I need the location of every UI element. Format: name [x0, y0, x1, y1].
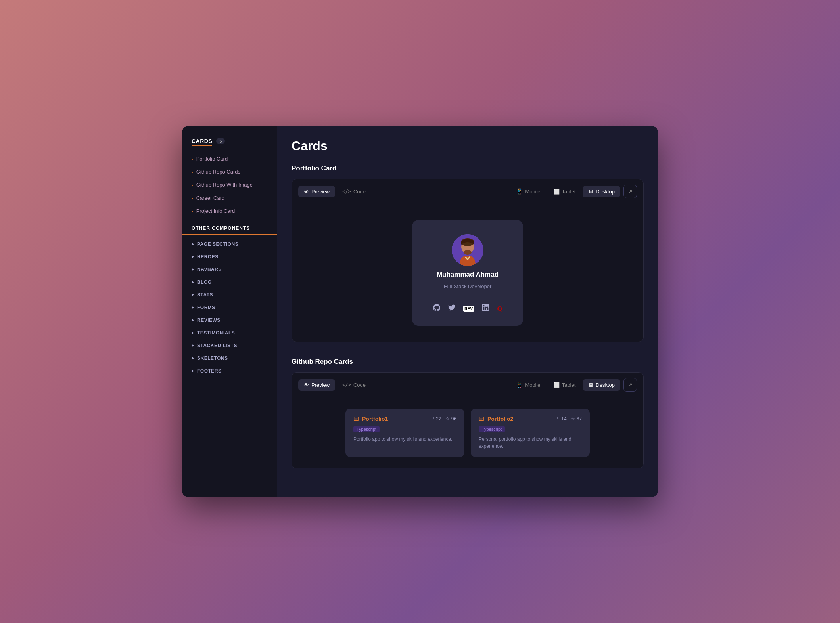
desktop-view-button[interactable]: 🖥 Desktop — [583, 186, 620, 197]
card-divider — [428, 296, 507, 296]
repo-card-header-1: Portfolio1 ⑂ 22 ☆ 96 — [353, 416, 456, 422]
mobile-icon: 📱 — [516, 188, 523, 195]
sidebar-item-stacked-lists[interactable]: STACKED LISTS — [182, 339, 277, 352]
social-icons: DEV Q — [433, 304, 502, 313]
cards-badge: 5 — [216, 138, 225, 144]
github-icon[interactable] — [433, 304, 440, 313]
sidebar: CARDS 5 › Portfolio Card › Github Repo C… — [182, 126, 277, 497]
repo-cards-body: Portfolio1 ⑂ 22 ☆ 96 — [292, 397, 643, 468]
toolbar-left: Preview </> Code — [298, 186, 371, 197]
other-components-title: OTHER COMPONENTS — [182, 218, 277, 235]
chevron-icon: › — [192, 183, 193, 187]
code-button[interactable]: </> Code — [337, 186, 371, 197]
chevron-right-icon — [192, 293, 194, 296]
github-repo-toolbar: Preview </> Code 📱 Mobile ⬜ — [292, 373, 643, 397]
repo-card-header-2: Portfolio2 ⑂ 14 ☆ 67 — [479, 416, 582, 422]
star-icon-2: ☆ — [571, 416, 575, 422]
fork-icon-1: ⑂ — [432, 416, 434, 422]
chevron-right-icon — [192, 243, 194, 246]
repo-code-button[interactable]: </> Code — [337, 379, 371, 391]
sidebar-item-project-info-card[interactable]: › Project Info Card — [182, 204, 277, 218]
desktop-icon: 🖥 — [588, 189, 593, 195]
twitter-icon[interactable] — [448, 304, 455, 313]
github-repo-preview-container: Preview </> Code 📱 Mobile ⬜ — [292, 372, 644, 468]
external-link-icon-2: ↗ — [628, 382, 633, 388]
chevron-right-icon — [192, 369, 194, 373]
repo-icon-1 — [353, 416, 359, 422]
repo-card-1: Portfolio1 ⑂ 22 ☆ 96 — [345, 409, 464, 457]
fork-icon-2: ⑂ — [557, 416, 560, 422]
chevron-icon: › — [192, 157, 193, 161]
star-icon-1: ☆ — [445, 416, 450, 422]
sidebar-item-label: Github Repo Cards — [196, 169, 240, 175]
main-content: Cards Portfolio Card Preview </> Code — [277, 126, 658, 497]
repo-stats-2: ⑂ 14 ☆ 67 — [557, 416, 582, 422]
mobile-view-button[interactable]: 📱 Mobile — [510, 185, 546, 197]
desktop-icon-2: 🖥 — [588, 382, 593, 388]
sidebar-item-forms[interactable]: FORMS — [182, 301, 277, 314]
sidebar-item-career-card[interactable]: › Career Card — [182, 191, 277, 204]
sidebar-item-blog[interactable]: BLOG — [182, 276, 277, 289]
sidebar-item-testimonials[interactable]: TESTIMONIALS — [182, 327, 277, 339]
sidebar-item-stats[interactable]: STATS — [182, 289, 277, 301]
preview-button[interactable]: Preview — [298, 186, 335, 197]
portfolio-toolbar: Preview </> Code 📱 Mobile ⬜ — [292, 179, 643, 204]
chevron-right-icon — [192, 319, 194, 322]
repo-desktop-view-button[interactable]: 🖥 Desktop — [583, 379, 620, 391]
portfolio-card: Muhammad Ahmad Full-Stack Developer DEV — [412, 220, 523, 326]
external-link-button[interactable]: ↗ — [623, 185, 637, 198]
tablet-view-button[interactable]: ⬜ Tablet — [548, 186, 581, 197]
chevron-right-icon — [192, 357, 194, 360]
external-link-icon: ↗ — [628, 188, 633, 195]
chevron-icon: › — [192, 209, 193, 214]
portfolio-card-section: Portfolio Card Preview </> Code — [292, 164, 644, 342]
eye-icon-2 — [304, 382, 309, 388]
fork-stat-2: ⑂ 14 — [557, 416, 566, 422]
card-name: Muhammad Ahmad — [437, 271, 499, 279]
eye-icon — [304, 189, 309, 195]
dev-icon[interactable]: DEV — [463, 306, 474, 312]
repo-title-2: Portfolio2 — [479, 416, 513, 422]
sidebar-item-navbars[interactable]: NAVBARS — [182, 263, 277, 276]
chevron-right-icon — [192, 255, 194, 258]
sidebar-item-github-repo-cards[interactable]: › Github Repo Cards — [182, 165, 277, 178]
sidebar-item-page-sections[interactable]: PAGE SECTIONS — [182, 238, 277, 250]
repo-description-2: Personal portfolio app to show my skills… — [479, 436, 582, 450]
sidebar-header: CARDS 5 — [182, 138, 277, 152]
chevron-icon: › — [192, 196, 193, 201]
sidebar-item-label: Career Card — [196, 195, 225, 201]
sidebar-item-label: Project Info Card — [196, 208, 235, 214]
code-icon-2: </> — [342, 382, 351, 388]
repo-tablet-view-button[interactable]: ⬜ Tablet — [548, 379, 581, 391]
svg-point-3 — [464, 250, 472, 255]
tablet-icon: ⬜ — [553, 189, 560, 195]
sidebar-item-label: Portfolio Card — [196, 156, 228, 162]
portfolio-preview-container: Preview </> Code 📱 Mobile ⬜ — [292, 179, 644, 342]
repo-title-1: Portfolio1 — [353, 416, 388, 422]
page-title: Cards — [292, 139, 644, 153]
section-title-github-repo: Github Repo Cards — [292, 358, 644, 366]
sidebar-item-heroes[interactable]: HEROES — [182, 250, 277, 263]
sidebar-item-footers[interactable]: FOOTERS — [182, 365, 277, 377]
linkedin-icon[interactable] — [482, 304, 489, 313]
repo-description-1: Portfolio app to show my skills and expe… — [353, 436, 456, 443]
sidebar-item-github-repo-with-image[interactable]: › Github Repo With Image — [182, 178, 277, 191]
sidebar-nav-items: › Portfolio Card › Github Repo Cards › G… — [182, 152, 277, 218]
repo-preview-button[interactable]: Preview — [298, 379, 335, 391]
chevron-right-icon — [192, 344, 194, 347]
sidebar-section-title: CARDS — [192, 138, 212, 144]
repo-mobile-view-button[interactable]: 📱 Mobile — [510, 379, 546, 391]
repo-icon-2 — [479, 416, 484, 422]
language-badge-2: Typescript — [479, 426, 505, 432]
github-repo-cards-section: Github Repo Cards Preview </> Code — [292, 358, 644, 468]
chevron-right-icon — [192, 306, 194, 309]
sidebar-item-reviews[interactable]: REVIEWS — [182, 314, 277, 327]
avatar — [452, 234, 483, 266]
chevron-icon: › — [192, 170, 193, 174]
quora-icon[interactable]: Q — [497, 305, 502, 312]
sidebar-item-portfolio-card[interactable]: › Portfolio Card — [182, 152, 277, 165]
sidebar-item-skeletons[interactable]: SKELETONS — [182, 352, 277, 365]
repo-external-link-button[interactable]: ↗ — [623, 378, 637, 392]
chevron-right-icon — [192, 281, 194, 284]
mobile-icon-2: 📱 — [516, 382, 523, 388]
